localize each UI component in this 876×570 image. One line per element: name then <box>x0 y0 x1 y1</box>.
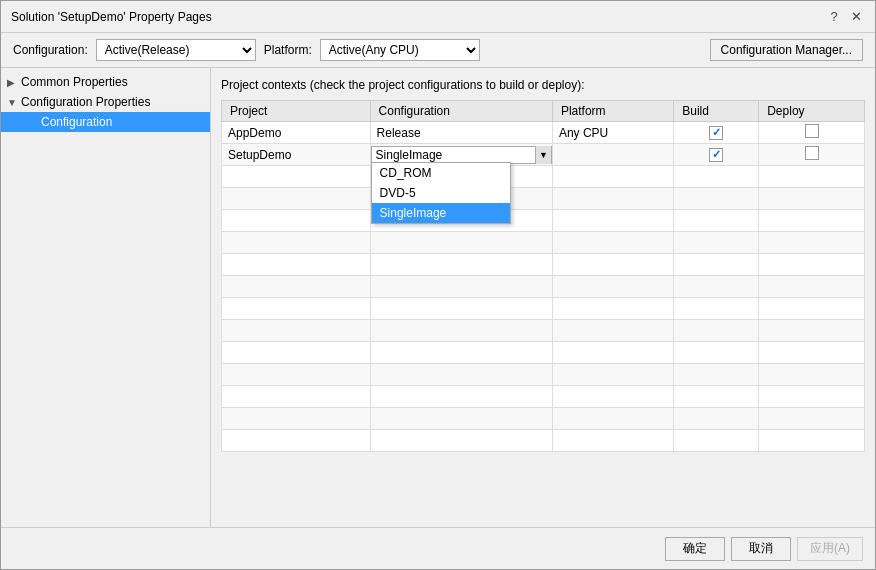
table-wrapper: Project Configuration Platform Build Dep… <box>221 100 865 517</box>
table-row <box>222 364 865 386</box>
sidebar: ▶ Common Properties ▼ Configuration Prop… <box>1 68 211 527</box>
help-button[interactable]: ? <box>825 8 843 26</box>
close-button[interactable]: ✕ <box>847 8 865 26</box>
dropdown-arrow-icon: ▼ <box>535 146 551 164</box>
table-row <box>222 254 865 276</box>
title-bar-controls: ? ✕ <box>825 8 865 26</box>
tree-arrow-config-props: ▼ <box>7 97 21 108</box>
cancel-button[interactable]: 取消 <box>731 537 791 561</box>
sidebar-item-configuration[interactable]: Configuration <box>1 112 210 132</box>
config-table: Project Configuration Platform Build Dep… <box>221 100 865 452</box>
cell-project-1: AppDemo <box>222 122 371 144</box>
table-row <box>222 408 865 430</box>
col-deploy: Deploy <box>759 101 865 122</box>
cell-platform-1: Any CPU <box>552 122 673 144</box>
table-row: SetupDemo SingleImage ▼ CD_ROM DVD-5 Sin… <box>222 144 865 166</box>
cell-build-1 <box>674 122 759 144</box>
right-panel: Project contexts (check the project conf… <box>211 68 875 527</box>
sidebar-label-config-props: Configuration Properties <box>21 95 150 109</box>
cell-config-1: Release <box>370 122 552 144</box>
configuration-select[interactable]: Active(Release) <box>96 39 256 61</box>
table-row <box>222 276 865 298</box>
table-row <box>222 210 865 232</box>
table-row <box>222 342 865 364</box>
platform-select[interactable]: Active(Any CPU) <box>320 39 480 61</box>
sidebar-label-configuration: Configuration <box>41 115 112 129</box>
deploy-checkbox-2[interactable] <box>805 146 819 160</box>
dropdown-selected-text: SingleImage <box>372 148 535 162</box>
cell-config-2: SingleImage ▼ CD_ROM DVD-5 SingleImage <box>370 144 552 166</box>
config-manager-button[interactable]: Configuration Manager... <box>710 39 863 61</box>
table-row <box>222 166 865 188</box>
title-bar-left: Solution 'SetupDemo' Property Pages <box>11 10 212 24</box>
col-platform: Platform <box>552 101 673 122</box>
col-build: Build <box>674 101 759 122</box>
dropdown-item-singleimage[interactable]: SingleImage <box>372 203 510 223</box>
build-checkbox-1[interactable] <box>709 126 723 140</box>
cell-deploy-2 <box>759 144 865 166</box>
table-row <box>222 386 865 408</box>
panel-description: Project contexts (check the project conf… <box>221 78 865 92</box>
table-row <box>222 188 865 210</box>
main-content: ▶ Common Properties ▼ Configuration Prop… <box>1 68 875 527</box>
sidebar-item-configuration-properties[interactable]: ▼ Configuration Properties <box>1 92 210 112</box>
title-bar: Solution 'SetupDemo' Property Pages ? ✕ <box>1 1 875 33</box>
config-dropdown-2[interactable]: SingleImage ▼ <box>371 146 552 164</box>
cell-build-2 <box>674 144 759 166</box>
col-configuration: Configuration <box>370 101 552 122</box>
table-row <box>222 232 865 254</box>
footer: 确定 取消 应用(A) <box>1 527 875 569</box>
cell-platform-2 <box>552 144 673 166</box>
sidebar-label-common: Common Properties <box>21 75 128 89</box>
dropdown-item-dvd5[interactable]: DVD-5 <box>372 183 510 203</box>
col-project: Project <box>222 101 371 122</box>
cell-deploy-1 <box>759 122 865 144</box>
apply-button[interactable]: 应用(A) <box>797 537 863 561</box>
cell-project-2: SetupDemo <box>222 144 371 166</box>
sidebar-item-common-properties[interactable]: ▶ Common Properties <box>1 72 210 92</box>
configuration-label: Configuration: <box>13 43 88 57</box>
dropdown-popup: CD_ROM DVD-5 SingleImage <box>371 162 511 224</box>
build-checkbox-2[interactable] <box>709 148 723 162</box>
platform-label: Platform: <box>264 43 312 57</box>
dialog-title: Solution 'SetupDemo' Property Pages <box>11 10 212 24</box>
table-row <box>222 430 865 452</box>
ok-button[interactable]: 确定 <box>665 537 725 561</box>
dialog: Solution 'SetupDemo' Property Pages ? ✕ … <box>0 0 876 570</box>
table-row <box>222 320 865 342</box>
tree-arrow-common: ▶ <box>7 77 21 88</box>
table-row: AppDemo Release Any CPU <box>222 122 865 144</box>
deploy-checkbox-1[interactable] <box>805 124 819 138</box>
toolbar-row: Configuration: Active(Release) Platform:… <box>1 33 875 68</box>
dropdown-item-cdrom[interactable]: CD_ROM <box>372 163 510 183</box>
table-row <box>222 298 865 320</box>
